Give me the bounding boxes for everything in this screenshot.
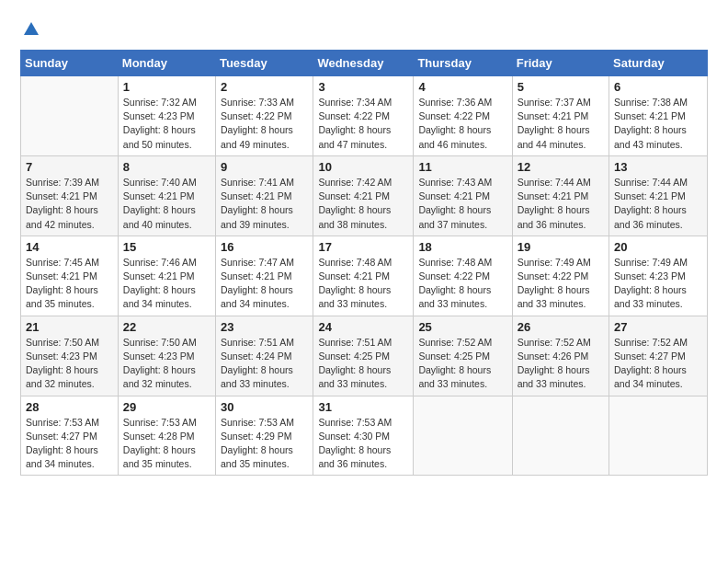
day-cell: 20Sunrise: 7:49 AMSunset: 4:23 PMDayligh… bbox=[609, 236, 708, 316]
day-number: 29 bbox=[123, 400, 210, 414]
header bbox=[20, 17, 708, 42]
day-cell: 5Sunrise: 7:37 AMSunset: 4:21 PMDaylight… bbox=[512, 76, 609, 156]
day-detail: Sunrise: 7:47 AMSunset: 4:21 PMDaylight:… bbox=[221, 256, 308, 312]
day-cell: 22Sunrise: 7:50 AMSunset: 4:23 PMDayligh… bbox=[118, 316, 215, 396]
day-detail: Sunrise: 7:49 AMSunset: 4:22 PMDaylight:… bbox=[518, 256, 604, 312]
day-detail: Sunrise: 7:41 AMSunset: 4:21 PMDaylight:… bbox=[221, 176, 308, 232]
logo-line1 bbox=[20, 20, 40, 42]
header-sunday: Sunday bbox=[21, 51, 119, 76]
day-number: 21 bbox=[26, 320, 113, 334]
day-number: 11 bbox=[418, 160, 506, 174]
day-detail: Sunrise: 7:32 AMSunset: 4:23 PMDaylight:… bbox=[123, 96, 210, 152]
day-cell: 7Sunrise: 7:39 AMSunset: 4:21 PMDaylight… bbox=[21, 155, 119, 236]
day-detail: Sunrise: 7:51 AMSunset: 4:24 PMDaylight:… bbox=[221, 336, 308, 392]
day-number: 15 bbox=[123, 240, 210, 254]
week-row-4: 21Sunrise: 7:50 AMSunset: 4:23 PMDayligh… bbox=[21, 316, 708, 396]
day-detail: Sunrise: 7:38 AMSunset: 4:21 PMDaylight:… bbox=[614, 96, 702, 152]
logo-icon bbox=[22, 20, 40, 39]
day-cell: 31Sunrise: 7:53 AMSunset: 4:30 PMDayligh… bbox=[313, 396, 414, 476]
day-cell: 21Sunrise: 7:50 AMSunset: 4:23 PMDayligh… bbox=[21, 316, 119, 396]
day-detail: Sunrise: 7:48 AMSunset: 4:21 PMDaylight:… bbox=[318, 256, 408, 312]
week-row-1: 1Sunrise: 7:32 AMSunset: 4:23 PMDaylight… bbox=[21, 76, 708, 156]
day-number: 26 bbox=[518, 320, 604, 334]
day-number: 10 bbox=[318, 160, 408, 174]
day-detail: Sunrise: 7:50 AMSunset: 4:23 PMDaylight:… bbox=[26, 336, 113, 392]
day-cell: 27Sunrise: 7:52 AMSunset: 4:27 PMDayligh… bbox=[609, 316, 708, 396]
day-detail: Sunrise: 7:53 AMSunset: 4:30 PMDaylight:… bbox=[318, 416, 408, 472]
day-number: 8 bbox=[123, 160, 210, 174]
day-number: 4 bbox=[418, 80, 506, 94]
header-wednesday: Wednesday bbox=[313, 51, 414, 76]
calendar-header-row: SundayMondayTuesdayWednesdayThursdayFrid… bbox=[21, 51, 708, 76]
day-number: 28 bbox=[26, 400, 113, 414]
day-detail: Sunrise: 7:40 AMSunset: 4:21 PMDaylight:… bbox=[123, 176, 210, 232]
day-cell: 6Sunrise: 7:38 AMSunset: 4:21 PMDaylight… bbox=[609, 76, 708, 156]
day-cell: 14Sunrise: 7:45 AMSunset: 4:21 PMDayligh… bbox=[21, 236, 119, 316]
calendar-table: SundayMondayTuesdayWednesdayThursdayFrid… bbox=[20, 50, 708, 476]
logo bbox=[20, 20, 40, 42]
day-detail: Sunrise: 7:48 AMSunset: 4:22 PMDaylight:… bbox=[418, 256, 506, 312]
day-number: 25 bbox=[418, 320, 506, 334]
header-tuesday: Tuesday bbox=[215, 51, 313, 76]
header-thursday: Thursday bbox=[414, 51, 512, 76]
day-number: 22 bbox=[123, 320, 210, 334]
day-number: 30 bbox=[221, 400, 308, 414]
day-number: 12 bbox=[518, 160, 604, 174]
day-detail: Sunrise: 7:52 AMSunset: 4:25 PMDaylight:… bbox=[418, 336, 506, 392]
day-number: 7 bbox=[26, 160, 113, 174]
day-cell: 30Sunrise: 7:53 AMSunset: 4:29 PMDayligh… bbox=[215, 396, 313, 476]
day-number: 16 bbox=[221, 240, 308, 254]
day-cell: 4Sunrise: 7:36 AMSunset: 4:22 PMDaylight… bbox=[414, 76, 512, 156]
day-number: 19 bbox=[518, 240, 604, 254]
day-detail: Sunrise: 7:34 AMSunset: 4:22 PMDaylight:… bbox=[318, 96, 408, 152]
day-number: 5 bbox=[518, 80, 604, 94]
day-detail: Sunrise: 7:43 AMSunset: 4:21 PMDaylight:… bbox=[418, 176, 506, 232]
day-cell: 29Sunrise: 7:53 AMSunset: 4:28 PMDayligh… bbox=[118, 396, 215, 476]
day-detail: Sunrise: 7:49 AMSunset: 4:23 PMDaylight:… bbox=[614, 256, 702, 312]
day-detail: Sunrise: 7:37 AMSunset: 4:21 PMDaylight:… bbox=[518, 96, 604, 152]
day-cell: 26Sunrise: 7:52 AMSunset: 4:26 PMDayligh… bbox=[512, 316, 609, 396]
day-number: 13 bbox=[614, 160, 702, 174]
day-detail: Sunrise: 7:42 AMSunset: 4:21 PMDaylight:… bbox=[318, 176, 408, 232]
day-number: 9 bbox=[221, 160, 308, 174]
day-detail: Sunrise: 7:53 AMSunset: 4:29 PMDaylight:… bbox=[221, 416, 308, 472]
day-detail: Sunrise: 7:50 AMSunset: 4:23 PMDaylight:… bbox=[123, 336, 210, 392]
day-cell: 28Sunrise: 7:53 AMSunset: 4:27 PMDayligh… bbox=[21, 396, 119, 476]
day-detail: Sunrise: 7:53 AMSunset: 4:28 PMDaylight:… bbox=[123, 416, 210, 472]
day-cell: 24Sunrise: 7:51 AMSunset: 4:25 PMDayligh… bbox=[313, 316, 414, 396]
day-detail: Sunrise: 7:52 AMSunset: 4:27 PMDaylight:… bbox=[614, 336, 702, 392]
day-number: 27 bbox=[614, 320, 702, 334]
day-detail: Sunrise: 7:52 AMSunset: 4:26 PMDaylight:… bbox=[518, 336, 604, 392]
day-number: 1 bbox=[123, 80, 210, 94]
day-number: 24 bbox=[318, 320, 408, 334]
day-number: 20 bbox=[614, 240, 702, 254]
day-cell: 13Sunrise: 7:44 AMSunset: 4:21 PMDayligh… bbox=[609, 155, 708, 236]
day-cell: 18Sunrise: 7:48 AMSunset: 4:22 PMDayligh… bbox=[414, 236, 512, 316]
week-row-2: 7Sunrise: 7:39 AMSunset: 4:21 PMDaylight… bbox=[21, 155, 708, 236]
svg-marker-0 bbox=[24, 22, 39, 35]
day-cell: 8Sunrise: 7:40 AMSunset: 4:21 PMDaylight… bbox=[118, 155, 215, 236]
header-saturday: Saturday bbox=[609, 51, 708, 76]
day-detail: Sunrise: 7:39 AMSunset: 4:21 PMDaylight:… bbox=[26, 176, 113, 232]
day-detail: Sunrise: 7:44 AMSunset: 4:21 PMDaylight:… bbox=[518, 176, 604, 232]
day-number: 2 bbox=[221, 80, 308, 94]
page: SundayMondayTuesdayWednesdayThursdayFrid… bbox=[0, 0, 728, 487]
header-monday: Monday bbox=[118, 51, 215, 76]
day-detail: Sunrise: 7:33 AMSunset: 4:22 PMDaylight:… bbox=[221, 96, 308, 152]
day-cell: 10Sunrise: 7:42 AMSunset: 4:21 PMDayligh… bbox=[313, 155, 414, 236]
day-cell: 11Sunrise: 7:43 AMSunset: 4:21 PMDayligh… bbox=[414, 155, 512, 236]
day-cell: 12Sunrise: 7:44 AMSunset: 4:21 PMDayligh… bbox=[512, 155, 609, 236]
day-detail: Sunrise: 7:36 AMSunset: 4:22 PMDaylight:… bbox=[418, 96, 506, 152]
day-cell bbox=[414, 396, 512, 476]
day-detail: Sunrise: 7:46 AMSunset: 4:21 PMDaylight:… bbox=[123, 256, 210, 312]
day-cell: 3Sunrise: 7:34 AMSunset: 4:22 PMDaylight… bbox=[313, 76, 414, 156]
day-number: 23 bbox=[221, 320, 308, 334]
day-number: 17 bbox=[318, 240, 408, 254]
day-cell: 1Sunrise: 7:32 AMSunset: 4:23 PMDaylight… bbox=[118, 76, 215, 156]
day-detail: Sunrise: 7:51 AMSunset: 4:25 PMDaylight:… bbox=[318, 336, 408, 392]
day-cell bbox=[512, 396, 609, 476]
day-number: 18 bbox=[418, 240, 506, 254]
day-number: 31 bbox=[318, 400, 408, 414]
day-cell: 15Sunrise: 7:46 AMSunset: 4:21 PMDayligh… bbox=[118, 236, 215, 316]
week-row-5: 28Sunrise: 7:53 AMSunset: 4:27 PMDayligh… bbox=[21, 396, 708, 476]
